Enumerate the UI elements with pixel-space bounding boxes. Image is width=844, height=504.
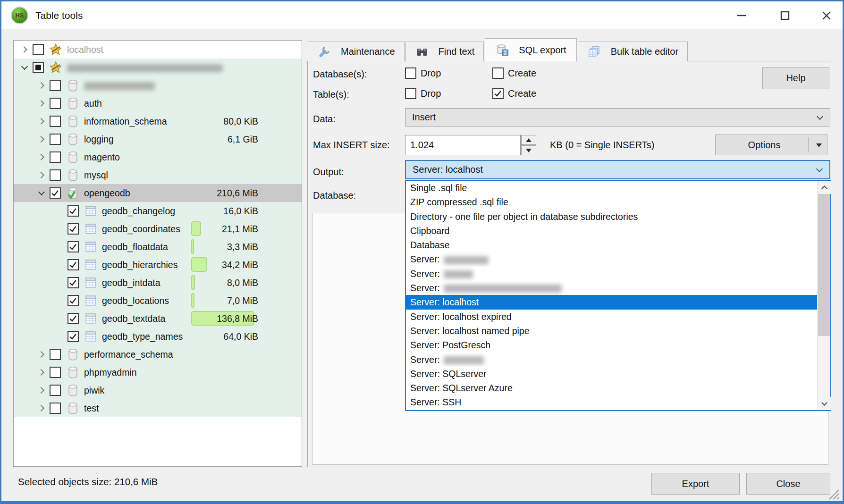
scroll-up-button[interactable] <box>818 181 831 194</box>
tree-checkbox[interactable] <box>50 116 61 127</box>
title-bar[interactable]: HS Table tools <box>1 1 843 29</box>
output-option-server-localhost[interactable]: Server: localhost <box>406 295 817 309</box>
expand-arrow-icon[interactable] <box>34 168 49 182</box>
tree-row-opengeodb[interactable]: opengeodb 210,6 MiB <box>14 184 302 202</box>
tree-row-geodb-coordinates[interactable]: geodb_coordinates 21,1 MiB <box>14 220 302 238</box>
output-option-server-postgresch[interactable]: Server: PostGresch <box>406 338 817 352</box>
output-option-server-redacted[interactable]: Server: <box>406 353 817 367</box>
tree-row-geodb-intdata[interactable]: geodb_intdata 8,0 MiB <box>14 274 302 292</box>
tree-checkbox[interactable] <box>68 331 79 342</box>
tables-drop-checkbox[interactable]: Drop <box>405 88 441 99</box>
databases-drop-checkbox[interactable]: Drop <box>405 67 441 79</box>
tree-checkbox[interactable] <box>68 223 79 235</box>
expand-arrow-icon[interactable] <box>34 96 49 110</box>
tree-checkbox[interactable] <box>50 187 61 199</box>
output-option-directory-one-file-per-object-in-database-subdirectories[interactable]: Directory - one file per object in datab… <box>406 210 817 224</box>
tree-row-auth[interactable]: auth <box>14 94 302 112</box>
max-insert-size-input[interactable] <box>405 135 521 155</box>
output-option-server-redacted[interactable]: Server: <box>406 281 817 295</box>
output-combobox[interactable]: Server: localhost <box>405 160 830 179</box>
output-option-database[interactable]: Database <box>406 238 817 252</box>
data-combobox[interactable]: Insert <box>405 108 830 126</box>
tree-row-magento[interactable]: magento <box>14 148 302 166</box>
output-option-server-ssh[interactable]: Server: SSH <box>406 395 817 409</box>
tree-row-geodb-hierarchies[interactable]: geodb_hierarchies 34,2 MiB <box>14 256 302 274</box>
expand-arrow-icon[interactable] <box>52 258 67 272</box>
tree-checkbox[interactable] <box>68 241 79 252</box>
tree-checkbox[interactable] <box>50 403 61 414</box>
scroll-down-button[interactable] <box>818 397 831 410</box>
checkbox[interactable] <box>405 88 416 99</box>
output-option-server-redacted[interactable]: Server: <box>406 267 817 281</box>
tree-checkbox[interactable] <box>33 44 44 55</box>
tree-row-mysql[interactable]: mysql <box>14 166 302 184</box>
expand-arrow-icon[interactable] <box>17 42 32 57</box>
expand-arrow-icon[interactable] <box>52 204 67 218</box>
server-tree[interactable]: localhost <box>13 40 302 467</box>
tree-checkbox[interactable] <box>50 385 61 396</box>
tree-row-geodb-textdata[interactable]: geodb_textdata 136,8 MiB <box>14 310 302 328</box>
tree-row-redacted[interactable] <box>14 76 302 94</box>
tree-checkbox[interactable] <box>68 313 79 324</box>
maximize-button[interactable] <box>773 6 797 25</box>
expand-arrow-icon[interactable] <box>34 401 49 415</box>
options-dropdown-icon[interactable] <box>816 143 822 147</box>
tables-create-checkbox[interactable]: Create <box>492 88 536 99</box>
tree-checkbox[interactable] <box>68 295 79 306</box>
tree-row-performance-schema[interactable]: performance_schema <box>14 345 302 363</box>
tab-sql-export[interactable]: SQL export <box>485 38 576 61</box>
output-option-clipboard[interactable]: Clipboard <box>406 224 817 238</box>
help-button[interactable]: Help <box>762 67 829 89</box>
output-option-server-sqlserver[interactable]: Server: SQLserver <box>406 367 817 381</box>
output-option-server-localhost-expired[interactable]: Server: localhost expired <box>406 310 817 324</box>
expand-arrow-icon[interactable] <box>52 222 67 236</box>
tree-row-phpmyadmin[interactable]: phpmyadmin <box>14 363 302 381</box>
tree-row-geodb-locations[interactable]: geodb_locations 7,0 MiB <box>14 292 302 310</box>
tree-checkbox[interactable] <box>50 80 61 91</box>
tree-row-geodb-changelog[interactable]: geodb_changelog 16,0 KiB <box>14 202 302 220</box>
expand-arrow-icon[interactable] <box>34 78 49 92</box>
export-button[interactable]: Export <box>651 473 740 495</box>
expand-arrow-icon[interactable] <box>52 276 67 290</box>
tree-checkbox[interactable] <box>33 62 44 73</box>
expand-arrow-icon[interactable] <box>34 347 49 361</box>
spin-down-button[interactable] <box>521 145 536 155</box>
expand-arrow-icon[interactable] <box>34 365 49 379</box>
output-option-server-redacted[interactable]: Server: <box>406 252 817 266</box>
options-button[interactable]: Options <box>715 134 827 155</box>
minimize-button[interactable] <box>729 6 754 25</box>
tree-checkbox[interactable] <box>50 367 61 378</box>
tree-checkbox[interactable] <box>50 169 61 181</box>
tree-checkbox[interactable] <box>68 205 79 217</box>
tab-bulk-table-editor[interactable]: Bulk table editor <box>578 42 688 61</box>
expand-arrow-icon[interactable] <box>52 294 67 308</box>
close-window-button[interactable] <box>814 6 839 25</box>
tree-row-localhost[interactable]: localhost <box>14 41 302 59</box>
expand-arrow-icon[interactable] <box>52 240 67 254</box>
expand-arrow-icon[interactable] <box>34 383 49 397</box>
tree-row-test[interactable]: test <box>14 399 302 417</box>
expand-arrow-icon[interactable] <box>17 60 32 75</box>
tree-row-redacted[interactable] <box>14 59 302 76</box>
tree-checkbox[interactable] <box>50 349 61 360</box>
expand-arrow-icon[interactable] <box>34 114 49 128</box>
tree-row-information-schema[interactable]: information_schema 80,0 KiB <box>14 112 302 130</box>
tab-maintenance[interactable]: Maintenance <box>308 42 405 61</box>
tab-find-text[interactable]: Find text <box>405 42 484 61</box>
tree-row-piwik[interactable]: piwik <box>14 381 302 399</box>
spin-up-button[interactable] <box>521 135 536 145</box>
resize-grip[interactable] <box>827 488 840 500</box>
tree-checkbox[interactable] <box>68 277 79 288</box>
expand-arrow-icon[interactable] <box>34 186 49 200</box>
tree-checkbox[interactable] <box>68 259 79 270</box>
tree-checkbox[interactable] <box>50 98 61 109</box>
output-option-server-sqlserver-azure[interactable]: Server: SQLserver Azure <box>406 381 817 395</box>
tree-row-geodb-type-names[interactable]: geodb_type_names 64,0 KiB <box>14 328 302 345</box>
close-button[interactable]: Close <box>746 473 830 495</box>
checkbox[interactable] <box>492 67 504 79</box>
databases-create-checkbox[interactable]: Create <box>492 67 536 79</box>
expand-arrow-icon[interactable] <box>52 311 67 326</box>
dropdown-scrollbar[interactable] <box>817 181 830 410</box>
expand-arrow-icon[interactable] <box>52 329 67 344</box>
output-option-zip-compressed-sql-file[interactable]: ZIP compressed .sql file <box>406 195 817 209</box>
